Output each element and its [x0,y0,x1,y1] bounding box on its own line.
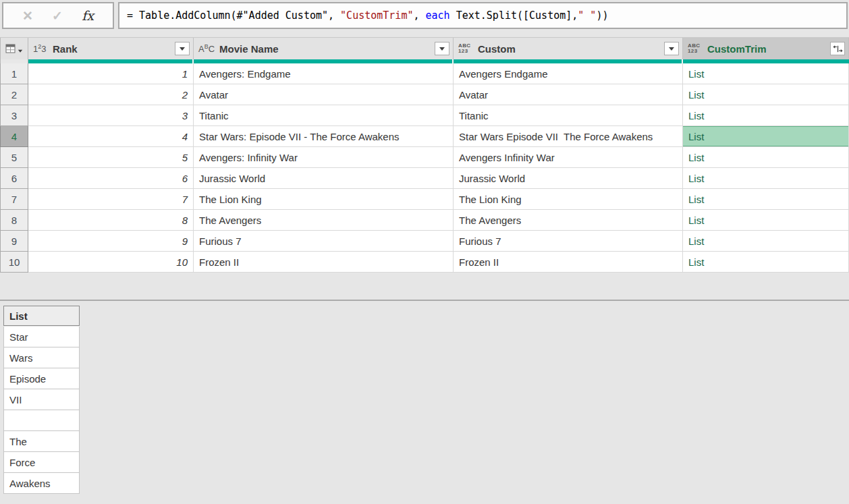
formula-cancel-icon[interactable]: ✕ [22,8,33,24]
column-header-label: CustomTrim [707,43,825,55]
customtrim-list-link[interactable]: List [683,168,849,189]
chevron-down-icon [18,49,22,52]
movie-name-cell[interactable]: Avengers: Endgame [194,63,454,84]
column-header-movie-name[interactable]: ABC Movie Name [194,38,454,59]
movie-name-cell[interactable]: The Avengers [194,210,454,231]
row-number-cell[interactable]: 8 [0,210,28,231]
custom-cell[interactable]: Titanic [454,105,683,126]
expand-arrows-icon [833,45,843,53]
customtrim-list-link[interactable]: List [683,210,849,231]
chevron-down-icon [669,47,674,51]
rank-cell[interactable]: 5 [28,147,194,168]
filter-dropdown-button[interactable] [435,42,449,55]
movie-name-cell[interactable]: Avatar [194,84,454,105]
list-item: Wars [3,347,80,368]
list-preview-pane: List Star Wars Episode VII The Force Awa… [0,300,849,504]
row-number-cell[interactable]: 1 [0,63,28,84]
movie-name-cell[interactable]: Titanic [194,105,454,126]
formula-segment: )) [596,9,608,22]
custom-cell[interactable]: Avengers Endgame [454,63,683,84]
customtrim-list-link[interactable]: List [683,189,849,210]
customtrim-list-link[interactable]: List [683,147,849,168]
movie-name-cell[interactable]: Star Wars: Episode VII - The Force Awake… [194,126,454,147]
chevron-down-icon [439,47,445,51]
number-type-icon: 123 [33,44,48,53]
formula-input[interactable]: = Table.AddColumn(#"Added Custom", "Cust… [118,2,848,29]
chevron-down-icon [180,47,185,51]
custom-cell[interactable]: Frozen II [454,252,683,273]
customtrim-list-link[interactable]: List [683,231,849,252]
customtrim-list-link[interactable]: List [683,63,849,84]
formula-text: = Table.AddColumn(#"Added Custom", "Cust… [127,9,608,22]
custom-cell[interactable]: The Lion King [454,189,683,210]
row-number-cell[interactable]: 4 [0,126,28,147]
filter-dropdown-button[interactable] [664,42,679,55]
formula-segment: = Table.AddColumn(#"Added Custom", [127,9,340,22]
formula-segment: , [413,9,425,22]
list-preview: List Star Wars Episode VII The Force Awa… [3,306,80,494]
list-item: VII [3,389,80,410]
custom-cell[interactable]: Avatar [454,84,683,105]
list-preview-header: List [3,306,80,326]
movie-name-cell[interactable]: Frozen II [194,252,454,273]
list-item: Episode [3,368,80,389]
column-header-label: Movie Name [219,43,430,55]
expand-column-button[interactable] [830,42,845,55]
row-number-cell[interactable]: 7 [0,189,28,210]
custom-cell[interactable]: Furious 7 [454,231,683,252]
movie-name-cell[interactable]: Jurassic World [194,168,454,189]
customtrim-list-link[interactable]: List [683,105,849,126]
rank-cell[interactable]: 10 [28,252,194,273]
list-item: Force [3,452,80,473]
custom-cell[interactable]: Jurassic World [454,168,683,189]
column-header-custom[interactable]: ABC123 Custom [454,38,683,59]
formula-confirm-icon[interactable]: ✓ [52,8,63,24]
formula-button-group: ✕ ✓ fx [2,2,114,29]
customtrim-list-link[interactable]: List [683,252,849,273]
list-item: The [3,431,80,452]
row-number-cell[interactable]: 6 [0,168,28,189]
data-grid: 123 Rank ABC Movie Name ABC123 Custom AB… [0,37,849,273]
column-header-customtrim[interactable]: ABC123 CustomTrim [683,38,849,59]
customtrim-list-link[interactable]: List [683,126,849,147]
list-item: Star [3,327,80,347]
rank-cell[interactable]: 2 [28,84,194,105]
list-item: Awakens [3,473,80,494]
row-number-cell[interactable]: 3 [0,105,28,126]
table-icon [5,44,17,54]
column-header-label: Rank [53,43,170,55]
custom-cell[interactable]: Avengers Infinity War [454,147,683,168]
customtrim-list-link[interactable]: List [683,84,849,105]
rank-cell[interactable]: 1 [28,63,194,84]
movie-name-cell[interactable]: Avengers: Infinity War [194,147,454,168]
row-number-cell[interactable]: 2 [0,84,28,105]
formula-bar: ✕ ✓ fx = Table.AddColumn(#"Added Custom"… [0,0,849,30]
text-type-icon: ABC [198,44,215,53]
fx-icon: fx [82,8,94,23]
column-header-label: Custom [478,43,659,55]
custom-cell[interactable]: Star Wars Episode VII The Force Awakens [454,126,683,147]
any-type-icon: ABC123 [688,43,703,54]
formula-segment: Text.Split([Custom], [450,9,578,22]
formula-segment: "CustomTrim" [340,9,413,22]
column-header-rank[interactable]: 123 Rank [28,38,194,59]
row-number-cell[interactable]: 10 [0,252,28,273]
row-number-cell[interactable]: 9 [0,231,28,252]
movie-name-cell[interactable]: The Lion King [194,189,454,210]
any-type-icon: ABC123 [458,43,473,54]
rank-cell[interactable]: 4 [28,126,194,147]
row-number-cell[interactable]: 5 [0,147,28,168]
rank-cell[interactable]: 6 [28,168,194,189]
select-all-table-button[interactable] [0,38,28,59]
list-item [3,410,80,431]
custom-cell[interactable]: The Avengers [454,210,683,231]
filter-dropdown-button[interactable] [175,42,190,55]
rank-cell[interactable]: 9 [28,231,194,252]
rank-cell[interactable]: 7 [28,189,194,210]
rank-cell[interactable]: 3 [28,105,194,126]
movie-name-cell[interactable]: Furious 7 [194,231,454,252]
formula-segment: " " [578,9,596,22]
rank-cell[interactable]: 8 [28,210,194,231]
formula-segment: each [426,9,450,22]
